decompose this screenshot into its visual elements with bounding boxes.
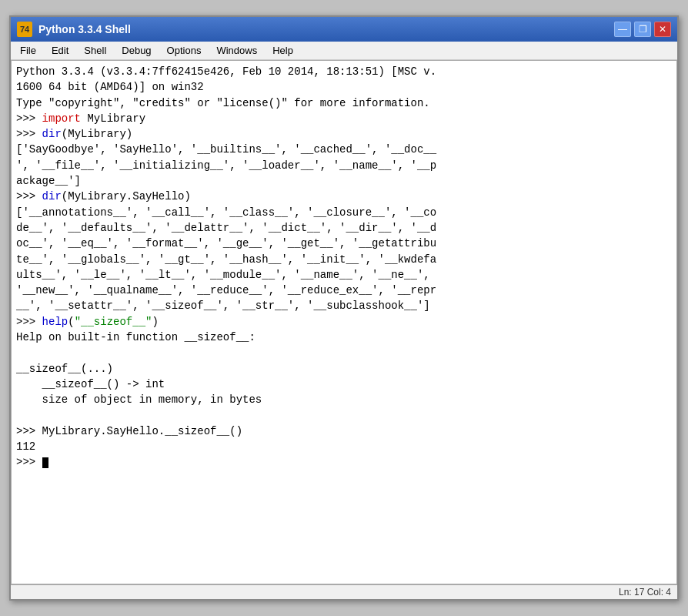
main-window: 74 Python 3.3.4 Shell — ❐ ✕ File Edit Sh… bbox=[9, 15, 679, 601]
window-controls: — ❐ ✕ bbox=[614, 22, 671, 37]
status-bar: Ln: 17 Col: 4 bbox=[11, 584, 677, 599]
shell-content: Python 3.3.4 (v3.3.4:7ff62415e426, Feb 1… bbox=[16, 64, 672, 470]
title-bar-left: 74 Python 3.3.4 Shell bbox=[17, 22, 131, 37]
window-title: Python 3.3.4 Shell bbox=[38, 23, 131, 35]
cursor-position: Ln: 17 Col: 4 bbox=[619, 587, 671, 598]
app-icon: 74 bbox=[17, 22, 32, 37]
menu-debug[interactable]: Debug bbox=[115, 43, 157, 58]
menu-options[interactable]: Options bbox=[161, 43, 208, 58]
menu-shell[interactable]: Shell bbox=[78, 43, 112, 58]
menu-edit[interactable]: Edit bbox=[45, 43, 75, 58]
menu-help[interactable]: Help bbox=[266, 43, 299, 58]
shell-output[interactable]: Python 3.3.4 (v3.3.4:7ff62415e426, Feb 1… bbox=[11, 60, 677, 584]
title-bar: 74 Python 3.3.4 Shell — ❐ ✕ bbox=[11, 17, 677, 42]
menu-file[interactable]: File bbox=[14, 43, 42, 58]
close-button[interactable]: ✕ bbox=[654, 22, 671, 37]
menu-bar: File Edit Shell Debug Options Windows He… bbox=[11, 42, 677, 60]
menu-windows[interactable]: Windows bbox=[210, 43, 263, 58]
minimize-button[interactable]: — bbox=[614, 22, 631, 37]
maximize-button[interactable]: ❐ bbox=[634, 22, 651, 37]
